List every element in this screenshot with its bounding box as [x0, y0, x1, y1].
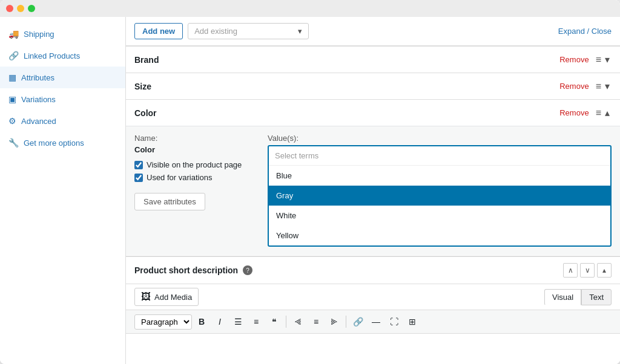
header-controls: ∧ ∨ ▴: [563, 263, 612, 278]
drag-handle-brand-icon[interactable]: ≡: [596, 54, 601, 65]
tab-visual[interactable]: Visual: [544, 289, 581, 305]
paragraph-select[interactable]: Paragraph: [134, 314, 192, 330]
top-toolbar: Add new Add existing ▾ Expand / Close: [126, 17, 620, 46]
attribute-row-color: Color Remove ≡ ▴ Name: Color Visible on …: [126, 99, 620, 255]
attribute-row-brand: Brand Remove ≡ ▾: [126, 46, 620, 73]
more-button[interactable]: —: [368, 314, 384, 330]
attribute-name-color: Color: [134, 108, 559, 118]
bold-button[interactable]: B: [193, 314, 210, 330]
add-existing-label: Add existing: [194, 27, 237, 36]
chevron-up-color-icon[interactable]: ▴: [605, 107, 610, 119]
align-right-button[interactable]: ⫸: [326, 314, 343, 330]
main-area: 🚚 Shipping 🔗 Linked Products ▦ Attribute…: [0, 17, 620, 364]
sidebar-item-attributes[interactable]: ▦ Attributes: [0, 67, 125, 88]
product-short-description-section: Product short description ? ∧ ∨ ▴ 🖼 Add …: [126, 256, 620, 364]
attribute-name-brand: Brand: [134, 55, 559, 65]
tab-text[interactable]: Text: [581, 289, 612, 305]
variations-label: Used for variations: [147, 173, 212, 182]
editor-area[interactable]: [126, 334, 620, 364]
sidebar-item-label: Linked Products: [24, 51, 80, 60]
chevron-down-icon: ▾: [298, 27, 302, 36]
visible-checkbox[interactable]: [134, 161, 143, 169]
close-section-button[interactable]: ▴: [597, 263, 612, 278]
collapse-up-button[interactable]: ∧: [563, 263, 578, 278]
sidebar-item-shipping[interactable]: 🚚 Shipping: [0, 23, 125, 45]
attribute-expanded-color: Name: Color Visible on the product page …: [126, 126, 620, 255]
remove-size-button[interactable]: Remove: [559, 82, 589, 91]
italic-button[interactable]: I: [211, 314, 228, 330]
expand-close-link[interactable]: Expand / Close: [558, 27, 612, 36]
blockquote-button[interactable]: ❝: [266, 314, 283, 330]
attribute-header-color: Color Remove ≡ ▴: [126, 100, 620, 126]
grid-button[interactable]: ⊞: [404, 314, 421, 330]
product-desc-title: Product short description: [134, 265, 238, 275]
chevron-down-brand-icon[interactable]: ▾: [605, 54, 610, 65]
attribute-row-size: Size Remove ≡ ▾: [126, 73, 620, 99]
minimize-button[interactable]: [17, 5, 24, 12]
attr-right: Value(s): Select terms Blue Gray White Y…: [268, 134, 612, 247]
align-left-button[interactable]: ⫷: [289, 314, 306, 330]
variations-checkbox[interactable]: [134, 174, 143, 182]
values-dropdown[interactable]: Select terms Blue Gray White Yellow: [268, 145, 612, 247]
visual-text-tabs: Visual Text: [544, 289, 612, 305]
save-attributes-button[interactable]: Save attributes: [134, 193, 205, 210]
collapse-down-button[interactable]: ∨: [580, 263, 595, 278]
drag-handle-color-icon[interactable]: ≡: [596, 108, 601, 119]
sidebar-item-label: Attributes: [21, 73, 54, 82]
variations-icon: ▣: [8, 94, 16, 104]
help-icon[interactable]: ?: [243, 265, 252, 275]
dropdown-item-yellow[interactable]: Yellow: [269, 226, 610, 245]
ordered-list-button[interactable]: ≡: [248, 314, 265, 330]
fullscreen-button[interactable]: ⛶: [386, 314, 403, 330]
sidebar-item-label: Shipping: [24, 30, 54, 39]
close-button[interactable]: [6, 5, 13, 12]
values-label: Value(s):: [268, 134, 612, 143]
sidebar-item-label: Advanced: [21, 117, 56, 126]
link-icon: 🔗: [8, 51, 19, 60]
sidebar-item-advanced[interactable]: ⚙ Advanced: [0, 110, 125, 132]
align-center-button[interactable]: ≡: [308, 314, 325, 330]
maximize-button[interactable]: [28, 5, 35, 12]
editor-toolbar-row: 🖼 Add Media Visual Text: [126, 284, 620, 310]
name-label: Name:: [134, 134, 256, 143]
separator-2: [346, 316, 346, 328]
visible-checkbox-row: Visible on the product page: [134, 160, 256, 169]
attr-left: Name: Color Visible on the product page …: [134, 134, 256, 247]
attribute-header-size: Size Remove ≡ ▾: [126, 73, 620, 99]
remove-color-button[interactable]: Remove: [559, 108, 589, 117]
shipping-icon: 🚚: [8, 29, 19, 39]
sidebar: 🚚 Shipping 🔗 Linked Products ▦ Attribute…: [0, 17, 126, 364]
attribute-header-brand: Brand Remove ≡ ▾: [126, 47, 620, 73]
attribute-name-size: Size: [134, 82, 559, 91]
sidebar-item-get-more-options[interactable]: 🔧 Get more options: [0, 132, 125, 154]
gear-icon: ⚙: [8, 116, 16, 126]
visible-label: Visible on the product page: [147, 160, 242, 169]
grid-icon: ▦: [8, 73, 16, 82]
chevron-down-size-icon[interactable]: ▾: [605, 80, 610, 92]
product-desc-header: Product short description ? ∧ ∨ ▴: [126, 257, 620, 284]
dropdown-item-white[interactable]: White: [269, 206, 610, 226]
dropdown-item-gray[interactable]: Gray: [269, 186, 610, 206]
unordered-list-button[interactable]: ☰: [229, 314, 246, 330]
add-new-button[interactable]: Add new: [134, 23, 183, 39]
name-value: Color: [134, 145, 256, 154]
main-content: Add new Add existing ▾ Expand / Close Br…: [126, 17, 620, 364]
wrench-icon: 🔧: [8, 138, 19, 148]
separator-1: [286, 316, 286, 328]
drag-handle-size-icon[interactable]: ≡: [596, 81, 601, 92]
sidebar-item-label: Variations: [21, 95, 56, 104]
titlebar: [0, 0, 620, 17]
select-terms-option[interactable]: Select terms: [269, 146, 610, 166]
media-icon: 🖼: [141, 291, 151, 302]
add-existing-dropdown[interactable]: Add existing ▾: [188, 23, 309, 39]
sidebar-item-linked-products[interactable]: 🔗 Linked Products: [0, 45, 125, 67]
dropdown-item-blue[interactable]: Blue: [269, 166, 610, 186]
sidebar-item-label: Get more options: [24, 138, 84, 148]
link-button[interactable]: 🔗: [349, 314, 366, 330]
remove-brand-button[interactable]: Remove: [559, 55, 589, 64]
add-media-label: Add Media: [154, 293, 192, 302]
sidebar-item-variations[interactable]: ▣ Variations: [0, 88, 125, 110]
formatting-toolbar: Paragraph B I ☰ ≡ ❝ ⫷ ≡ ⫸ 🔗 — ⛶ ⊞: [126, 310, 620, 334]
add-media-button[interactable]: 🖼 Add Media: [134, 288, 199, 306]
app-window: 🚚 Shipping 🔗 Linked Products ▦ Attribute…: [0, 0, 620, 364]
